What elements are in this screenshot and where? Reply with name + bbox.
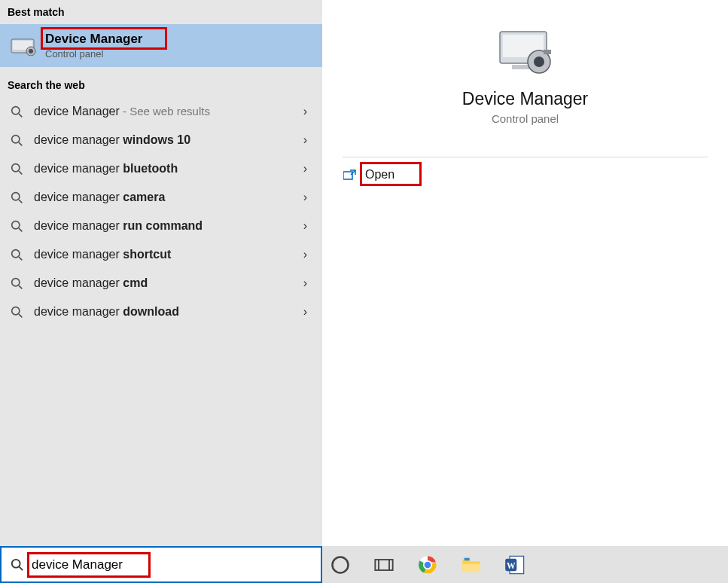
search-icon [11,134,23,147]
search-icon [11,277,23,290]
svg-point-16 [12,279,20,286]
svg-point-30 [333,557,349,572]
highlight-box-search [27,552,151,578]
web-result-item[interactable]: device manager shortcut › [0,240,322,269]
svg-point-28 [12,559,20,567]
web-result-label: device manager shortcut [34,248,303,261]
svg-line-15 [19,257,22,260]
search-icon [11,220,23,233]
chevron-right-icon[interactable]: › [303,276,307,290]
taskbar: W [322,546,728,583]
chevron-right-icon[interactable]: › [303,219,307,233]
svg-point-36 [424,560,432,569]
svg-text:W: W [507,560,516,570]
svg-line-11 [19,200,22,203]
svg-point-24 [534,56,544,67]
web-result-item[interactable]: device Manager - See web results › [0,97,322,126]
search-icon [11,191,23,204]
search-icon [11,558,24,572]
web-result-item[interactable]: device manager windows 10 › [0,126,322,154]
svg-line-9 [19,171,22,174]
device-manager-icon [11,36,36,56]
highlight-box-open [360,162,422,186]
svg-point-12 [12,221,20,229]
svg-rect-32 [389,560,393,570]
web-result-label: device manager run command [34,219,303,233]
svg-rect-38 [465,557,470,560]
svg-line-27 [351,170,355,175]
search-icon [11,105,23,118]
web-result-label: device manager bluetooth [34,162,303,176]
svg-point-10 [12,193,20,200]
svg-point-18 [12,307,20,315]
open-icon [343,169,356,180]
cortana-icon[interactable] [330,554,351,575]
web-results-list: device Manager - See web results › devic… [0,97,322,326]
chevron-right-icon[interactable]: › [303,133,307,147]
search-web-header: Search the web [0,73,322,97]
preview-subtitle: Control panel [492,112,559,125]
svg-point-6 [12,136,20,143]
word-icon[interactable]: W [504,554,525,575]
svg-line-13 [19,228,22,231]
preview-panel: Device Manager Control panel Open [322,0,728,546]
search-bar[interactable] [0,546,322,583]
web-result-item[interactable]: device manager run command › [0,212,322,240]
web-result-item[interactable]: device manager bluetooth › [0,154,322,183]
svg-line-19 [19,314,22,317]
web-result-label: device manager download [34,305,303,319]
svg-rect-26 [343,172,352,179]
svg-line-17 [19,285,22,288]
web-result-item[interactable]: device manager download › [0,298,322,326]
search-icon [11,163,23,176]
search-icon [11,306,23,319]
chevron-right-icon[interactable]: › [303,105,307,118]
open-action[interactable]: Open [322,165,728,185]
svg-point-8 [12,164,20,172]
chevron-right-icon[interactable]: › [303,305,307,319]
svg-point-3 [29,49,33,53]
search-icon [11,249,23,261]
preview-divider [343,157,708,157]
task-view-icon[interactable] [373,554,394,575]
device-manager-icon [497,26,554,75]
web-result-label: device manager camera [34,191,303,204]
web-result-item[interactable]: device manager cmd › [0,269,322,298]
svg-rect-37 [462,563,480,572]
web-result-item[interactable]: device manager camera › [0,183,322,212]
chevron-right-icon[interactable]: › [303,162,307,176]
svg-point-4 [12,107,20,114]
svg-point-14 [12,250,20,258]
chrome-icon[interactable] [417,554,438,575]
search-results-panel: Best match Device Manager Control panel … [0,0,322,546]
svg-rect-25 [544,50,551,54]
web-result-label: device manager cmd [34,276,303,290]
chevron-right-icon[interactable]: › [303,248,307,261]
svg-line-5 [19,114,22,117]
svg-line-7 [19,142,22,145]
file-explorer-icon[interactable] [461,554,482,575]
web-result-label: device manager windows 10 [34,133,303,147]
svg-line-29 [20,566,23,570]
svg-rect-31 [375,560,379,570]
best-match-item[interactable]: Device Manager Control panel [0,24,322,67]
best-match-header: Best match [0,0,322,24]
highlight-box-title [41,27,167,50]
preview-title: Device Manager [462,89,588,109]
chevron-right-icon[interactable]: › [303,191,307,204]
web-result-label: device Manager - See web results [34,105,303,118]
best-match-subtitle: Control panel [45,48,142,60]
